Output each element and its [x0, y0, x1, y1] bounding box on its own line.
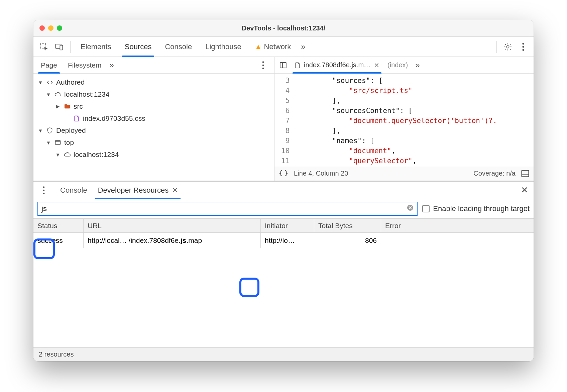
svg-rect-2: [60, 45, 63, 50]
svg-rect-12: [522, 170, 529, 177]
svg-point-14: [43, 189, 45, 191]
svg-rect-10: [55, 140, 61, 144]
file-tree[interactable]: ▼ Authored ▼ localhost:1234 ▶ src: [33, 74, 274, 181]
main-tabstrip: Elements Sources Console Lighthouse ▲ Ne…: [33, 37, 534, 57]
col-status[interactable]: Status: [33, 219, 84, 232]
window-title: DevTools - localhost:1234/: [39, 24, 528, 32]
folder-icon: [64, 103, 71, 110]
cell-url: http://local… /index.7808df6e.js.map: [84, 233, 261, 248]
window-minimize-button[interactable]: [48, 25, 53, 31]
show-drawer-icon[interactable]: [520, 167, 530, 181]
filter-input-wrap[interactable]: [37, 202, 418, 216]
filter-input[interactable]: [41, 204, 407, 213]
nav-tab-filesystem[interactable]: Filesystem: [63, 57, 107, 74]
cell-bytes: 806: [314, 233, 381, 248]
enable-loading-label: Enable loading through target: [433, 204, 530, 213]
nav-menu-kebab-icon[interactable]: [256, 58, 270, 72]
editor-tab-active[interactable]: index.7808df6e.js.m… ✕: [291, 57, 383, 74]
titlebar: DevTools - localhost:1234/: [33, 20, 534, 37]
warning-icon: ▲: [255, 42, 262, 51]
svg-point-13: [43, 186, 45, 188]
editor-tab-active-label: index.7808df6e.js.m…: [304, 61, 370, 69]
enable-loading-checkbox[interactable]: Enable loading through target: [422, 204, 530, 213]
drawer-tab-console[interactable]: Console: [55, 182, 93, 199]
table-row[interactable]: success http://local… /index.7808df6e.js…: [33, 233, 534, 248]
editor-statusbar: Line 4, Column 20 Coverage: n/a: [274, 166, 534, 181]
resources-table: Status URL Initiator Total Bytes Error s…: [33, 218, 534, 347]
code-icon: [46, 79, 53, 86]
drawer-tab-developer-resources[interactable]: Developer Resources ✕: [93, 182, 184, 199]
svg-point-9: [262, 68, 264, 69]
tree-file-css[interactable]: index.d9703d55.css: [33, 112, 274, 124]
tree-host-deployed[interactable]: ▼ localhost:1234: [33, 149, 274, 161]
editor-more-tabs-chevron[interactable]: »: [413, 61, 422, 70]
sources-navigator: Page Filesystem » ▼ Authored ▼: [33, 57, 274, 181]
cloud-icon: [64, 151, 71, 158]
coverage-status: Coverage: n/a: [473, 170, 516, 177]
tab-console[interactable]: Console: [159, 37, 198, 57]
tree-group-authored[interactable]: ▼ Authored: [33, 76, 274, 88]
svg-point-8: [262, 64, 264, 66]
file-css-icon: [73, 115, 80, 122]
tab-network[interactable]: ▲ Network: [249, 37, 297, 57]
nav-more-chevron[interactable]: »: [107, 61, 116, 70]
cell-error: [381, 233, 534, 248]
close-tab-icon[interactable]: ✕: [373, 61, 380, 69]
checkbox-icon[interactable]: [422, 205, 430, 212]
cursor-position: Line 4, Column 20: [294, 170, 348, 177]
more-tabs-chevron[interactable]: »: [298, 42, 308, 52]
toggle-navigator-icon[interactable]: [276, 61, 290, 69]
window-zoom-button[interactable]: [57, 25, 62, 31]
svg-point-6: [522, 49, 524, 51]
code-content[interactable]: "sources": [ "src/script.ts" ], "sources…: [294, 74, 497, 166]
svg-point-7: [262, 61, 264, 63]
col-error[interactable]: Error: [381, 219, 534, 232]
tree-host-authored[interactable]: ▼ localhost:1234: [33, 88, 274, 100]
drawer-statusbar: 2 resources: [33, 347, 534, 361]
tree-folder-src[interactable]: ▶ src: [33, 100, 274, 112]
deployed-icon: [46, 127, 53, 134]
window-close-button[interactable]: [39, 25, 45, 31]
svg-point-15: [43, 193, 45, 194]
settings-gear-icon[interactable]: [501, 40, 515, 54]
col-initiator[interactable]: Initiator: [261, 219, 314, 232]
tab-elements[interactable]: Elements: [75, 37, 117, 57]
col-url[interactable]: URL: [84, 219, 261, 232]
drawer-panel: Console Developer Resources ✕ ✕ Enable l…: [33, 181, 534, 361]
window-icon: [54, 139, 62, 146]
main-menu-kebab-icon[interactable]: [516, 40, 530, 54]
svg-point-3: [506, 45, 509, 48]
inspect-element-icon[interactable]: [37, 40, 51, 54]
code-editor[interactable]: 3 4 5 6 7 8 9 10 11 "sources": [ "src/sc…: [274, 74, 534, 166]
cell-status: success: [33, 233, 84, 248]
col-total-bytes[interactable]: Total Bytes: [314, 219, 381, 232]
file-icon: [294, 62, 301, 69]
clear-filter-icon[interactable]: [407, 204, 414, 213]
close-drawer-tab-icon[interactable]: ✕: [172, 186, 178, 195]
tab-sources[interactable]: Sources: [119, 37, 158, 57]
drawer-menu-kebab-icon[interactable]: [37, 183, 51, 197]
svg-point-4: [522, 43, 524, 44]
traffic-lights: [39, 25, 62, 31]
editor-tab-inactive[interactable]: (index): [384, 61, 411, 69]
nav-tab-page[interactable]: Page: [35, 57, 63, 74]
svg-point-5: [522, 46, 524, 47]
cloud-icon: [54, 91, 62, 98]
svg-rect-11: [280, 63, 286, 68]
editor-panel: index.7808df6e.js.m… ✕ (index) » 3 4 5 6…: [274, 57, 534, 181]
tab-lighthouse[interactable]: Lighthouse: [199, 37, 247, 57]
device-toolbar-icon[interactable]: [52, 40, 66, 54]
tree-group-deployed[interactable]: ▼ Deployed: [33, 124, 274, 136]
tree-top-frame[interactable]: ▼ top: [33, 136, 274, 149]
line-gutter: 3 4 5 6 7 8 9 10 11: [274, 74, 294, 166]
cell-initiator: http://lo…: [261, 233, 314, 248]
close-drawer-icon[interactable]: ✕: [521, 185, 528, 195]
pretty-print-icon[interactable]: [278, 167, 289, 181]
